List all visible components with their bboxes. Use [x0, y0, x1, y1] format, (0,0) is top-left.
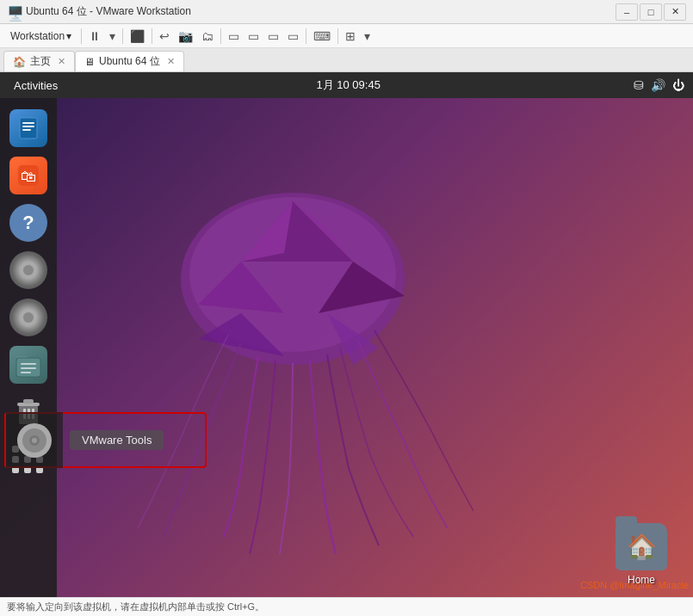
snapshot-revert-btn[interactable]: ↩: [155, 27, 174, 46]
menu-separator-2: [122, 28, 123, 44]
appstore-icon: 🛍: [9, 157, 47, 194]
topbar-system-icons: ⛁ 🔊 ⏻: [634, 78, 684, 92]
jellyfish-graphic: [112, 141, 473, 554]
svg-rect-4: [22, 129, 31, 131]
pause-dropdown-btn[interactable]: ▾: [105, 27, 120, 46]
status-text: 要将输入定向到该虚拟机，请在虚拟机内部单击或按 Ctrl+G。: [7, 601, 264, 613]
menu-separator-4: [220, 28, 221, 44]
title-bar-text: Ubuntu 64 位 - VMware Workstation: [26, 4, 616, 19]
vmware-tools-disc-icon: [6, 412, 63, 468]
svg-rect-0: [20, 118, 37, 139]
disc-icon-1: [9, 251, 47, 289]
home-icon: 🏠: [627, 533, 657, 561]
home-folder-icon: 🏠: [616, 523, 667, 570]
dock-item-help[interactable]: ?: [7, 201, 50, 244]
writer-icon: [9, 109, 47, 147]
svg-rect-12: [21, 372, 31, 373]
dock-item-vmwaretools[interactable]: [7, 296, 50, 339]
status-bar: 要将输入定向到该虚拟机，请在虚拟机内部单击或按 Ctrl+G。: [0, 597, 693, 616]
ubuntu-topbar: Activities 1月 10 09:45 ⛁ 🔊 ⏻: [0, 72, 693, 98]
topbar-datetime: 1月 10 09:45: [63, 77, 634, 93]
view-full4[interactable]: ▭: [283, 27, 303, 46]
tab-ubuntu[interactable]: 🖥 Ubuntu 64 位 ✕: [75, 51, 184, 71]
csdn-watermark: CSDN @Imagine_Miracle: [580, 580, 689, 590]
home-folder[interactable]: 🏠 Home: [616, 523, 667, 586]
activities-button[interactable]: Activities: [9, 77, 63, 94]
menu-separator-1: [81, 28, 82, 44]
dock-item-writer[interactable]: [7, 107, 50, 150]
network-icon[interactable]: ⛁: [634, 78, 644, 92]
snapshot-take-btn[interactable]: 📷: [174, 27, 197, 46]
ubuntu-dock: 🛍 ?: [0, 98, 57, 616]
files-icon: [9, 346, 47, 384]
tab-home[interactable]: 🏠 主页 ✕: [3, 51, 75, 71]
vmlist-btn[interactable]: ⬛: [126, 27, 149, 46]
dock-item-appstore[interactable]: 🛍: [7, 154, 50, 197]
svg-rect-3: [22, 126, 34, 127]
dock-item-files[interactable]: [7, 343, 50, 386]
title-bar: 🖥️ Ubuntu 64 位 - VMware Workstation – □ …: [0, 0, 693, 24]
close-button[interactable]: ✕: [664, 3, 686, 21]
dock-item-disc1[interactable]: [7, 249, 50, 292]
sound-icon[interactable]: 🔊: [651, 78, 665, 92]
svg-rect-2: [22, 122, 34, 124]
view-full2[interactable]: ▭: [244, 27, 263, 46]
tab-ubuntu-close[interactable]: ✕: [167, 56, 175, 67]
svg-point-22: [32, 438, 37, 443]
view-btn[interactable]: ⊞: [341, 27, 360, 46]
minimize-button[interactable]: –: [616, 3, 638, 21]
menu-separator-5: [306, 28, 306, 44]
svg-rect-10: [21, 363, 36, 365]
svg-text:🛍: 🛍: [21, 168, 36, 185]
window-controls: – □ ✕: [616, 3, 686, 21]
menu-bar: Workstation ▾ ⏸ ▾ ⬛ ↩ 📷 🗂 ▭ ▭ ▭ ▭ ⌨ ⊞ ▾: [0, 24, 693, 48]
snapshot-manager-btn[interactable]: 🗂: [197, 27, 218, 46]
app-icon: 🖥️: [7, 5, 21, 19]
view-full3[interactable]: ▭: [263, 27, 283, 46]
menu-separator-6: [337, 28, 338, 44]
power-icon[interactable]: ⏻: [672, 78, 684, 92]
svg-rect-15: [23, 399, 34, 403]
tab-bar: 🏠 主页 ✕ 🖥 Ubuntu 64 位 ✕: [0, 48, 693, 72]
workstation-menu[interactable]: Workstation ▾: [3, 28, 78, 45]
view-full1[interactable]: ▭: [224, 27, 244, 46]
console-btn[interactable]: ⌨: [309, 27, 335, 46]
disc-icon-2: [9, 299, 47, 336]
vmware-tools-label: VMware Tools: [70, 430, 164, 450]
svg-rect-11: [21, 367, 36, 369]
vm-area[interactable]: Activities 1月 10 09:45 ⛁ 🔊 ⏻: [0, 72, 693, 616]
menu-separator-3: [152, 28, 152, 44]
view-dropdown-btn[interactable]: ▾: [360, 27, 374, 46]
help-icon: ?: [9, 204, 47, 242]
pause-btn[interactable]: ⏸: [84, 27, 105, 46]
maximize-button[interactable]: □: [640, 3, 662, 21]
tab-home-close[interactable]: ✕: [58, 56, 65, 67]
vmware-tools-highlight: VMware Tools: [4, 412, 207, 468]
